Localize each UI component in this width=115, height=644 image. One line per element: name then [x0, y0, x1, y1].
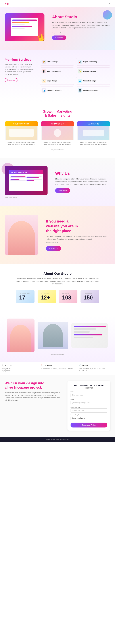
website-cta-section: If you need a website you are in the rig… — [0, 206, 115, 264]
phone-icon: 📞 — [2, 364, 4, 366]
stat-years: OF YEARS 12+ — [38, 290, 56, 303]
stat-years-num: 12+ — [41, 294, 53, 301]
hero-device-mockup: 🖐️ — [4, 13, 44, 41]
form-group-phone: Phone Number — [71, 406, 107, 412]
cta-title: If you need a website you are in the rig… — [46, 219, 111, 233]
card-header-mgmt: MANAGEMENT — [41, 122, 74, 126]
form-label-name: Name — [71, 391, 107, 392]
service-label-hosting: Web Hosting Plus — [83, 90, 98, 91]
whyus-screen-header: YOUR KIDS IS OUR FUTURE — [9, 170, 43, 174]
location-icon: 📍 — [41, 364, 43, 366]
hero-learn-more-button[interactable]: learn more — [52, 36, 66, 40]
form-title: GET STARTED WITH A FREE — [71, 384, 107, 386]
hero-section: 🖐️ About Studio Elit ut aliquam purus si… — [0, 7, 115, 50]
stat-years-label: OF YEARS — [41, 292, 53, 294]
team-section: Images from Google — [0, 316, 115, 362]
whyus-title: Why Us — [55, 171, 111, 176]
contact-location-title: 📍 LOCATION — [41, 364, 74, 366]
premium-services-section: Premium Services Lorem ipsum dolor sit a… — [0, 50, 115, 102]
service-item-hosting: 🖥️ Web Hosting Plus — [76, 86, 111, 94]
stat-clients-num: 108 — [62, 294, 74, 301]
contact-call-line2: 1 (56) 987 654 — [2, 370, 36, 372]
stat-projects-num: 150 — [84, 294, 96, 301]
form-submit-button[interactable]: Select your Project — [71, 422, 107, 428]
team-images-credit: Images from Google — [4, 354, 111, 356]
service-label-website: Website Design — [83, 80, 96, 82]
service-item-uiux: 🎨 UI/UX Design — [40, 58, 74, 66]
service-icon-logo: 🏷️ — [42, 79, 46, 83]
service-item-logo: 🏷️ Logo Design — [40, 77, 74, 85]
team-person-1-image — [7, 318, 34, 352]
hero-text-block: About Studio Elit ut aliquam purus sit a… — [52, 14, 111, 40]
stat-projects: PROJECTS 150 — [81, 290, 99, 303]
form-subtitle: QUOTATION — [71, 387, 107, 389]
team-images-row — [4, 318, 111, 352]
premium-body: Lorem ipsum dolor sit amet, consectetur … — [4, 63, 35, 76]
hero-image: 🖐️ — [4, 13, 48, 41]
card-image-mktg — [77, 126, 111, 140]
services-grid: 🎨 UI/UX Design 📢 Digital Marketing 📱 App… — [40, 58, 111, 94]
service-icon-seo: 📊 — [42, 88, 46, 92]
card-image-mgmt — [41, 126, 74, 140]
whyus-learn-more-button[interactable]: learn more — [55, 188, 70, 193]
menu-icon[interactable]: ≡ — [109, 2, 111, 6]
form-group-email: Email — [71, 399, 107, 405]
premium-learn-more-button[interactable]: learn more — [4, 78, 17, 82]
contact-hours-line2: Sun: Closed — [79, 370, 113, 372]
hand-icon: 🖐️ — [37, 34, 44, 41]
form-select-project[interactable]: Select your Project — [71, 416, 107, 420]
hero-images-credit: Images from Freepik — [52, 32, 111, 34]
about-studio-title: About Our Studio — [4, 272, 111, 276]
form-input-phone[interactable] — [71, 408, 107, 412]
about-studio-body: This approach enables the most effective… — [14, 277, 101, 285]
growth-images-credit: Images from Freepik — [4, 149, 111, 150]
clock-icon: 🕐 — [79, 364, 81, 366]
footer-bottom: © 2024 created by the Nicepage Team — [0, 437, 115, 442]
cta-contact-button[interactable]: Contact Us — [46, 246, 61, 251]
service-icon-digital: 📢 — [78, 60, 82, 64]
cta-body: Duis aute irure dolor in reprehenderit i… — [46, 235, 111, 240]
growth-card-management: MANAGEMENT Sample text. Click to select … — [41, 122, 74, 147]
growth-card-marketing: MARKETING Sample text. Click to select t… — [77, 122, 111, 147]
form-group-project: I am looking for: Select your Project — [71, 414, 107, 420]
whyus-section: YOUR KIDS IS OUR FUTURE — [0, 158, 115, 206]
growth-title: Growth, Marketing& Sales Insights — [4, 110, 111, 118]
service-item-digital: 📢 Digital Marketing — [76, 58, 111, 66]
service-icon-uiux: 🎨 — [42, 60, 46, 64]
team-desk-image — [71, 323, 108, 348]
card-body-sales: Sample text. Click to select the text bo… — [4, 140, 38, 147]
growth-section: Growth, Marketing& Sales Insights SALES … — [0, 102, 115, 158]
svg-rect-1 — [9, 129, 34, 137]
contact-call-line1: 1 (56) 341 991 — [2, 368, 36, 370]
form-label-phone: Phone Number — [71, 406, 107, 408]
whyus-device-mockup: YOUR KIDS IS OUR FUTURE — [4, 166, 48, 195]
service-icon-app: 📱 — [42, 69, 46, 74]
service-item-website: 🌐 Website Design — [76, 77, 111, 85]
form-label-project: I am looking for: — [71, 414, 107, 416]
footer-copyright: © 2024 created by the Nicepage Team — [46, 438, 69, 440]
stat-awards: AWARDS WON 17 — [16, 290, 34, 303]
form-input-name[interactable] — [71, 393, 107, 397]
stat-awards-num: 17 — [19, 294, 31, 301]
footer-main: We turn your design into a live Nicepage… — [0, 375, 115, 437]
form-input-email[interactable] — [71, 401, 107, 405]
premium-left-content: Premium Services Lorem ipsum dolor sit a… — [4, 58, 35, 94]
team-person-2-image — [38, 322, 68, 349]
cta-image-credit: Image from Freepik — [46, 242, 111, 244]
footer-body: Duis aute irure dolor in reprehenderit i… — [4, 392, 63, 402]
whyus-text-block: Why Us Elit ut aliquam purus sit amet lu… — [55, 171, 111, 193]
stat-clients: CLIENTS 108 — [59, 290, 77, 303]
service-icon-website: 🌐 — [78, 79, 82, 83]
navigation: logo ≡ — [0, 0, 115, 7]
hero-title: About Studio — [52, 14, 111, 19]
card-header-sales: SALES INSIGHTS — [4, 122, 38, 126]
hero-body: Elit ut aliquam purus sit amet luctus ve… — [52, 21, 111, 29]
contact-location-address: 65 Rose Street, 31 Avenue, New York, NY … — [41, 368, 74, 370]
contact-hours-line1: Mon - Fri: 11 am - 9 pm Sat: 11 am - 8 p… — [79, 368, 113, 370]
about-studio-section: About Our Studio This approach enables t… — [0, 264, 115, 316]
card-body-mgmt: Sample text. Click to select the text bo… — [41, 140, 74, 147]
contact-location: 📍 LOCATION 65 Rose Street, 31 Avenue, Ne… — [38, 362, 77, 375]
service-label-graphic: Graphic Design — [83, 70, 96, 72]
stat-projects-label: PROJECTS — [84, 292, 96, 294]
service-label-app: App Development — [47, 70, 61, 72]
